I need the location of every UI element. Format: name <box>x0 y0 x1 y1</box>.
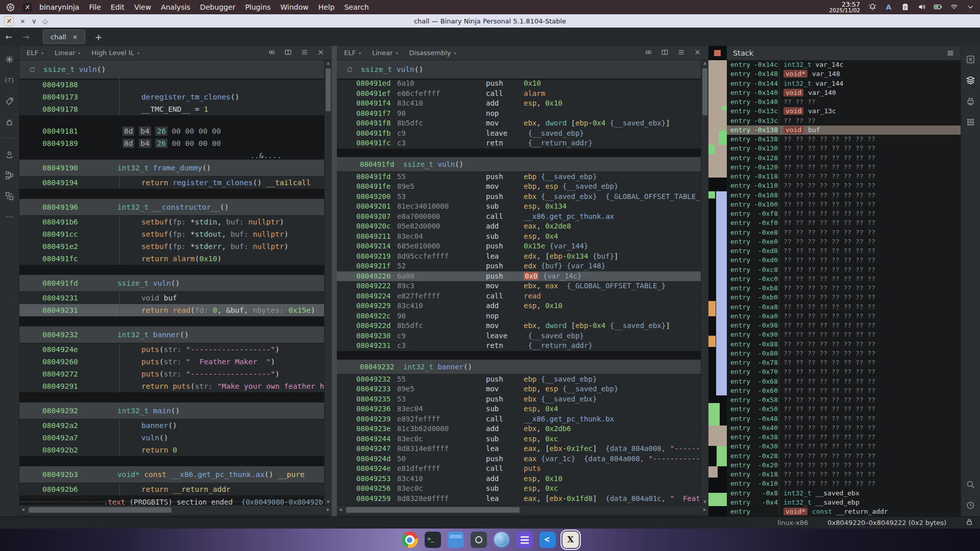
disassembly-line[interactable]: 080491fbc9leave {__saved_ebp} <box>337 129 701 139</box>
menu-item-window[interactable]: Window <box>280 3 308 11</box>
menu-item-file[interactable]: File <box>89 3 101 11</box>
disassembly-linear-view[interactable]: 080491ed6a10push0x10080491efe86cfeffffca… <box>337 79 701 506</box>
close-icon[interactable] <box>694 48 701 58</box>
dock-icon-notes[interactable] <box>517 532 533 548</box>
window-title-bar[interactable]: × ∨ ◇ chall — Binary Ninja Personal 5.1.… <box>0 14 980 28</box>
stack-row[interactable]: entry-0xf0?? ?? ?? ?? ?? ?? ?? ?? <box>727 218 961 228</box>
close-icon[interactable] <box>317 48 325 58</box>
disasm-menu-linear[interactable]: Linear▾ <box>372 49 398 57</box>
menu-item-search[interactable]: Search <box>344 3 369 11</box>
disassembly-line[interactable]: 0804924ee81dfeffffcallputs <box>337 464 701 474</box>
disasm-menu-disassembly[interactable]: Disassembly▾ <box>409 49 456 57</box>
disassembly-line[interactable]: 0804925383c410addesp, 0x10 <box>337 474 701 484</box>
disassembly-line[interactable]: 080491ed6a10push0x10 <box>337 79 701 89</box>
hlil-line[interactable]: 08049194return register_tm_clones() __ta… <box>19 177 325 189</box>
stack-row[interactable]: entry-0x38?? ?? ?? ?? ?? ?? ?? ?? <box>727 433 961 442</box>
window-app-icon[interactable] <box>4 16 14 26</box>
stack-row[interactable]: entry-0x98?? ?? ?? ?? ?? ?? ?? ?? <box>727 321 961 330</box>
byte-dump-line[interactable]: 080491898d b4 26 00 00 00 00..&.... <box>19 137 325 149</box>
hlil-vertical-scrollbar[interactable]: ▲▼ <box>324 60 332 506</box>
hlil-line[interactable]: 080491ccsetbuf(fp: *stdout, buf: nullptr… <box>19 228 325 240</box>
sitemap-icon[interactable] <box>5 170 15 180</box>
hlil-line[interactable]: 080492b2return 0 <box>19 444 325 456</box>
tags-icon[interactable] <box>5 96 15 106</box>
stack-row[interactable]: entry-0x120?? ?? ?? ?? ?? ?? ?? ?? <box>727 163 961 172</box>
disassembly-line[interactable]: 0804923e81c3b62d0000addebx, 0x2db6 <box>337 424 701 434</box>
disassembly-horizontal-scrollbar[interactable]: ◀▶ <box>337 505 708 514</box>
stack-row[interactable]: entry-0xe8?? ?? ?? ?? ?? ?? ?? ?? <box>727 228 961 237</box>
window-maximize-icon[interactable]: ◇ <box>42 17 47 25</box>
stack-row[interactable]: entry-0xc8?? ?? ?? ?? ?? ?? ?? ?? <box>727 265 961 274</box>
stack-row[interactable]: entry-0x8int32_t __saved_ebx <box>727 489 961 498</box>
stack-menu-icon[interactable] <box>946 49 954 57</box>
hlil-menu-linear[interactable]: Linear▾ <box>55 49 80 57</box>
stack-row[interactable]: entry-0xc0?? ?? ?? ?? ?? ?? ?? ?? <box>727 274 961 284</box>
hlil-line[interactable]: 08049173deregister_tm_clones() <box>19 91 325 103</box>
dock-icon-web[interactable] <box>494 532 510 548</box>
find-icon[interactable] <box>966 479 976 489</box>
dock-icon-chrome[interactable] <box>402 532 418 548</box>
stack-row[interactable]: entry-0xe0?? ?? ?? ?? ?? ?? ?? ?? <box>727 237 961 246</box>
stack-row[interactable]: entry-0x40?? ?? ?? ?? ?? ?? ?? ?? <box>727 423 961 433</box>
link-icon[interactable] <box>268 48 276 58</box>
stack-row[interactable]: entry-0x13cvoid var_13c <box>727 107 961 116</box>
stack-row[interactable]: entry-0x100?? ?? ?? ?? ?? ?? ?? ?? <box>727 200 961 209</box>
stack-row[interactable]: entry-0x50?? ?? ?? ?? ?? ?? ?? ?? <box>727 405 961 414</box>
function-header-line[interactable]: 08049232int32_t banner() <box>19 326 325 343</box>
stack-row[interactable]: entry-0xb0?? ?? ?? ?? ?? ?? ?? ?? <box>727 293 961 302</box>
disassembly-line[interactable]: 080491f88b5dfcmovebx, dword [ebp-0x4 {__… <box>337 118 701 129</box>
hlil-line[interactable]: 0804924eputs(str: "------------------") <box>19 343 325 356</box>
stack-row[interactable]: entry-0x144int32_t var_144 <box>727 79 961 88</box>
variables-icon[interactable] <box>966 54 976 64</box>
stack-row[interactable]: entry-0x138void buf <box>727 126 961 135</box>
more-icon[interactable]: ⋯ <box>5 212 15 222</box>
disassembly-line[interactable]: 080491fd55pushebp {__saved_ebp} <box>337 172 701 182</box>
disassembly-line[interactable]: 080492598d8328e0ffffleaeax, [ebx-0x1fd8]… <box>337 494 701 504</box>
hlil-menu-high-level-il[interactable]: High Level IL▾ <box>91 49 139 57</box>
hlil-line[interactable]: 080492b6return __return_addr <box>19 483 325 495</box>
link-icon[interactable] <box>645 48 652 58</box>
stack-row[interactable]: entry-0x68?? ?? ?? ?? ?? ?? ?? ?? <box>727 377 961 386</box>
stack-row[interactable]: entry-0x60?? ?? ?? ?? ?? ?? ?? ?? <box>727 386 961 395</box>
disassembly-line[interactable]: 08049230c9leave {__saved_ebp} <box>337 331 701 341</box>
disassembly-line[interactable]: 080492198d95ccfeffffleaedx, [ebp-0x134 {… <box>337 252 701 262</box>
dock-icon-vscode[interactable] <box>540 532 556 548</box>
function-header-line[interactable]: 08049196int32_t __constructor__() <box>19 198 325 216</box>
hlil-line[interactable]: 080492a7vuln() <box>19 432 325 444</box>
stack-row[interactable]: entry-0x20?? ?? ?? ?? ?? ?? ?? ?? <box>727 461 961 470</box>
disassembly-line[interactable]: 0804922d8b5dfcmovebx, dword [ebp-0x4 {__… <box>337 321 701 331</box>
disassembly-line[interactable]: 0804920c05e82d0000addeax, 0x2de8 <box>337 221 701 232</box>
disassembly-line[interactable]: 0804923389e5movebp, esp {__saved_ebp} <box>337 384 701 394</box>
disassembly-line[interactable]: 080492206a00push0x0 {var_14c} <box>337 271 701 282</box>
app-menu-title[interactable]: binaryninja <box>39 3 79 11</box>
dock-icon-files[interactable] <box>448 532 464 548</box>
hlil-horizontal-scrollbar[interactable]: ◀▶ <box>19 505 332 514</box>
function-header-line[interactable]: 080491fdssize_t vuln() <box>19 274 325 292</box>
disassembly-line[interactable]: 0804923553pushebx {__saved_ebx} <box>337 394 701 405</box>
cross-references-icon[interactable] <box>5 54 15 64</box>
stack-row[interactable]: entry-0x148void* var_148 <box>727 69 961 79</box>
disassembly-line[interactable]: 08049224e827feffffcallread <box>337 291 701 302</box>
network-icon[interactable] <box>949 3 959 12</box>
function-header-line[interactable]: 08049292int32_t main() <box>19 402 325 419</box>
lock-icon[interactable] <box>966 518 973 527</box>
stack-row[interactable]: entry-0x128?? ?? ?? ?? ?? ?? ?? ?? <box>727 154 961 163</box>
tag-grid-icon[interactable] <box>966 117 976 127</box>
menu-item-analysis[interactable]: Analysis <box>161 3 190 11</box>
hlil-menu-elf[interactable]: ELF▾ <box>27 49 43 57</box>
disassembly-line[interactable]: 0804922983c410addesp, 0x10 <box>337 301 701 311</box>
chevron-down-icon[interactable] <box>966 3 975 12</box>
stack-row[interactable]: entry-0x48?? ?? ?? ?? ?? ?? ?? ?? <box>727 414 961 423</box>
stack-row[interactable]: entry-0xd0?? ?? ?? ?? ?? ?? ?? ?? <box>727 256 961 265</box>
transform-icon[interactable] <box>5 191 15 201</box>
stack-row[interactable]: entry-0xd8?? ?? ?? ?? ?? ?? ?? ?? <box>727 246 961 256</box>
hlil-linear-view[interactable]: 0804918808049173deregister_tm_clones()08… <box>19 79 325 506</box>
navigation-icon[interactable] <box>5 149 15 159</box>
stack-row[interactable]: entry-0xa8?? ?? ?? ?? ?? ?? ?? ?? <box>727 303 961 312</box>
disassembly-line[interactable]: 0804923255pushebp {__saved_ebp} <box>337 374 701 385</box>
hlil-line[interactable]: 08049291return puts(str: "Make your own … <box>19 380 325 392</box>
menu-icon[interactable] <box>301 48 308 58</box>
stack-row[interactable]: entry-0x90?? ?? ?? ?? ?? ?? ?? ?? <box>727 330 961 339</box>
stack-row[interactable]: entry-0x18?? ?? ?? ?? ?? ?? ?? ?? <box>727 470 961 479</box>
stack-row[interactable]: entry-0x108?? ?? ?? ?? ?? ?? ?? ?? <box>727 191 961 200</box>
